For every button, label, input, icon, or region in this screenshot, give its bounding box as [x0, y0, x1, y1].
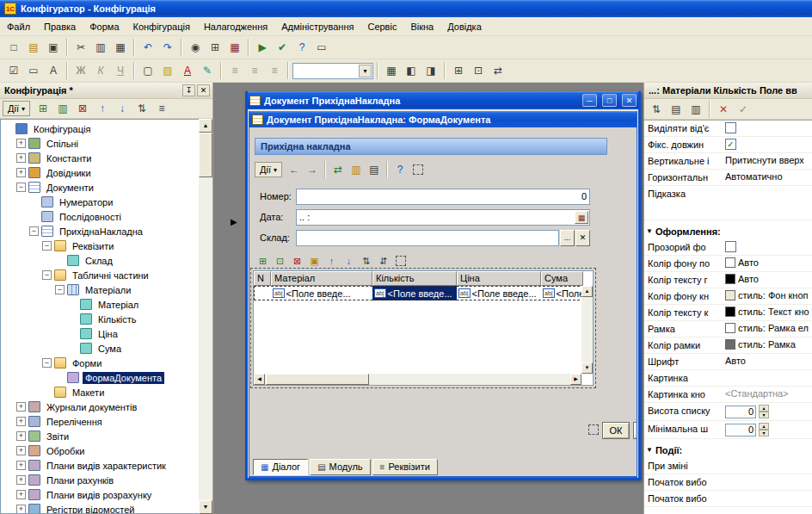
- tree-item[interactable]: +Обробки: [1, 443, 199, 458]
- expander-icon[interactable]: −: [42, 241, 52, 251]
- menu-item[interactable]: Вікна: [403, 19, 440, 34]
- tab-діалог[interactable]: ▦Діалог: [253, 459, 308, 475]
- cut-icon[interactable]: ✂: [71, 39, 90, 57]
- document-window-titlebar[interactable]: Документ ПрихіднаНакладна ─ □ ✕: [248, 91, 638, 109]
- new-icon[interactable]: □: [4, 39, 23, 57]
- property-section[interactable]: ▼Оформлення:: [644, 223, 812, 239]
- border-icon[interactable]: ▢: [138, 62, 157, 80]
- menu-item[interactable]: Конфігурація: [126, 19, 197, 34]
- sort-asc-icon[interactable]: ⇅: [358, 254, 374, 269]
- tree-item[interactable]: +Плани видів розрахунку: [1, 487, 199, 502]
- table-column-header[interactable]: Кількість: [372, 271, 457, 286]
- expander-icon[interactable]: +: [16, 475, 26, 485]
- splitter-arrow-icon[interactable]: ▶: [231, 217, 237, 226]
- tree-scrollbar[interactable]: ▲ ▼: [199, 119, 212, 514]
- expander-icon[interactable]: +: [16, 431, 26, 441]
- expander-icon[interactable]: +: [16, 505, 26, 514]
- form-designer-titlebar[interactable]: Документ ПрихіднаНакладна: ФормаДокумент…: [249, 111, 637, 127]
- help-icon[interactable]: ?: [292, 39, 311, 57]
- table-cell[interactable]: ab|<Поле введе...: [271, 286, 372, 300]
- sort-alpha-icon[interactable]: ⇅: [647, 100, 666, 118]
- title-bar[interactable]: 1С Конфігуратор - Конфігурація: [0, 0, 812, 17]
- save-icon[interactable]: ▣: [44, 39, 63, 57]
- align-left-icon[interactable]: ≡: [225, 62, 244, 80]
- table-vertical-scrollbar[interactable]: ▲ ▼: [581, 286, 593, 374]
- copy-icon[interactable]: ▥: [91, 39, 110, 57]
- table-cell[interactable]: ab|<Поле введе...: [457, 286, 541, 300]
- maximize-icon[interactable]: □: [602, 94, 617, 107]
- add-icon[interactable]: ⊞: [34, 100, 52, 118]
- print-icon[interactable]: ▤: [366, 161, 383, 177]
- redo-icon[interactable]: ↷: [158, 39, 177, 57]
- write-button-partial[interactable]: З: [633, 422, 637, 439]
- number-input[interactable]: 0: [296, 189, 590, 205]
- expander-icon[interactable]: −: [55, 285, 65, 294]
- calendar-icon[interactable]: ▦: [225, 39, 244, 57]
- table-column-header[interactable]: Ціна: [457, 271, 541, 286]
- open-icon[interactable]: ▤: [24, 39, 43, 57]
- scrollbar-thumb[interactable]: [266, 374, 369, 385]
- font-color-icon[interactable]: A: [178, 62, 197, 80]
- calendar-button[interactable]: ▦: [575, 211, 588, 224]
- scroll-down-icon[interactable]: ▼: [581, 362, 593, 374]
- property-checkbox[interactable]: ✓: [725, 139, 736, 150]
- expander-icon[interactable]: +: [16, 461, 26, 470]
- tree-item[interactable]: Кількість: [1, 312, 199, 326]
- sort-desc-icon[interactable]: ⇵: [375, 254, 391, 269]
- find-icon[interactable]: ◉: [186, 39, 205, 57]
- copy-item-icon[interactable]: ▥: [53, 100, 72, 118]
- fill-color-icon[interactable]: ▨: [158, 62, 177, 80]
- selection-frame-icon[interactable]: [392, 254, 409, 269]
- reread-icon[interactable]: ⇄: [329, 161, 347, 177]
- selection-frame-icon[interactable]: [409, 161, 427, 177]
- apply-icon[interactable]: ✓: [734, 100, 753, 118]
- tree-item[interactable]: ФормаДокумента: [1, 370, 199, 385]
- hierarchy-icon[interactable]: ≡: [152, 100, 171, 118]
- tree-item[interactable]: Конфігурація: [1, 121, 199, 136]
- spin-down-icon[interactable]: ▾: [759, 412, 769, 418]
- date-input[interactable]: .. :▦: [296, 209, 590, 226]
- tree-item[interactable]: +Константи: [1, 151, 199, 165]
- expander-icon[interactable]: −: [16, 183, 26, 192]
- expander-icon[interactable]: +: [16, 402, 26, 412]
- move-down-icon[interactable]: ↓: [113, 100, 132, 118]
- tree-item[interactable]: +Звіти: [1, 429, 199, 443]
- table-column-header[interactable]: N: [254, 271, 271, 286]
- expander-icon[interactable]: −: [42, 270, 52, 280]
- menu-item[interactable]: Сервіс: [360, 19, 403, 34]
- scroll-right-icon[interactable]: ▶: [570, 374, 581, 385]
- back-icon[interactable]: ←: [286, 161, 303, 177]
- tree-item[interactable]: Макети: [1, 385, 199, 399]
- label-control-icon[interactable]: A: [44, 62, 63, 80]
- menu-item[interactable]: Форма: [83, 19, 126, 34]
- style-combobox[interactable]: ▾: [292, 63, 373, 79]
- menu-item[interactable]: Налагодження: [197, 19, 274, 34]
- tree-item[interactable]: +Плани видів характеристик: [1, 458, 199, 473]
- calculator-icon[interactable]: ⊞: [206, 39, 225, 57]
- tree-item[interactable]: Ціна: [1, 326, 199, 341]
- tree-item[interactable]: Нумератори: [1, 195, 199, 209]
- actions-menu-button[interactable]: Дії ▾: [3, 101, 30, 116]
- debug-icon[interactable]: ▶: [253, 39, 272, 57]
- table-horizontal-scrollbar[interactable]: ◀ ▶: [254, 374, 581, 385]
- tab-order-icon[interactable]: ⇄: [489, 62, 508, 80]
- tree-item[interactable]: −Реквізити: [1, 238, 199, 253]
- forward-icon[interactable]: →: [304, 161, 321, 177]
- move-up-icon[interactable]: ↑: [93, 100, 112, 118]
- table-cell[interactable]: ab|<Поле: [541, 286, 583, 300]
- tree-item[interactable]: Склад: [1, 253, 199, 268]
- delete-icon[interactable]: ⊠: [73, 100, 92, 118]
- expander-icon[interactable]: −: [42, 358, 52, 368]
- expander-icon[interactable]: +: [16, 417, 26, 426]
- tree-item[interactable]: −Табличні частини: [1, 268, 199, 282]
- expander-icon[interactable]: +: [16, 490, 26, 499]
- tree-item[interactable]: +Журнали документів: [1, 399, 199, 414]
- table-column-header[interactable]: Сума: [541, 271, 583, 286]
- close-icon[interactable]: ✕: [197, 84, 210, 96]
- tree-item[interactable]: −Документи: [1, 180, 199, 195]
- tree-item[interactable]: +Довідники: [1, 165, 199, 180]
- tree-item[interactable]: Сума: [1, 341, 199, 356]
- expander-icon[interactable]: +: [16, 168, 26, 177]
- scroll-left-icon[interactable]: ◀: [254, 374, 265, 385]
- bold-icon[interactable]: Ж: [71, 62, 90, 80]
